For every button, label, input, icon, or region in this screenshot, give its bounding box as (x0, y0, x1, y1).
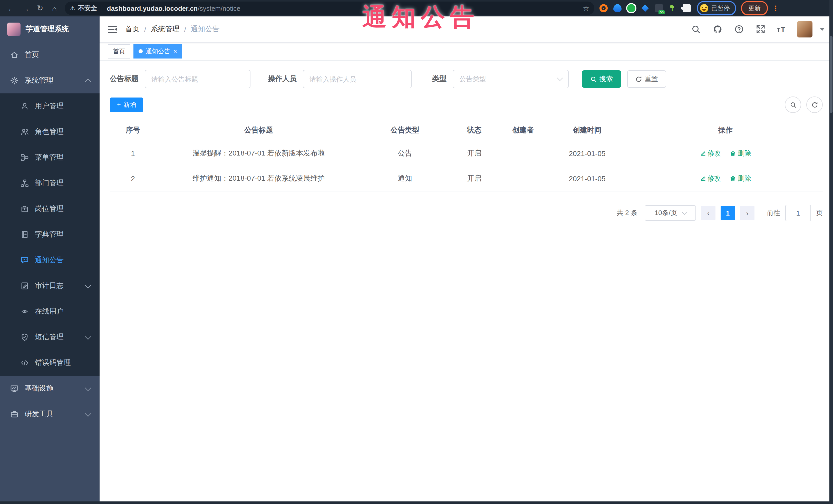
notice-table: 序号 公告标题 公告类型 状态 创建者 创建时间 操作 1 温馨提醒：2018- (110, 120, 823, 191)
back-icon[interactable]: ← (6, 3, 17, 14)
close-icon[interactable]: × (173, 48, 177, 55)
cell-creator (500, 141, 546, 166)
cell-actions: 修改 删除 (628, 141, 823, 166)
help-icon[interactable] (734, 24, 744, 34)
cell-no: 2 (110, 166, 156, 191)
pagination: 共 2 条 10条/页 ‹ 1 › 前往 页 (110, 205, 823, 221)
edit-link[interactable]: 修改 (700, 149, 721, 158)
cell-created: 2021-01-05 (546, 166, 628, 191)
breadcrumb-system[interactable]: 系统管理 (151, 25, 180, 34)
tag-notice-active[interactable]: 通知公告 × (134, 44, 182, 58)
sidebar-item-label: 通知公告 (35, 256, 64, 265)
delete-link-label: 删除 (738, 149, 751, 158)
sidebar-toggle-icon[interactable] (108, 26, 117, 33)
table-tools (785, 96, 823, 113)
message-bubble-icon (21, 256, 29, 264)
sidebar-item-error-codes[interactable]: 错误码管理 (0, 350, 100, 376)
search-icon[interactable] (691, 24, 701, 34)
sidebar-item-posts[interactable]: 岗位管理 (0, 196, 100, 222)
delete-link[interactable]: 删除 (730, 149, 751, 158)
bookmark-star-icon[interactable]: ☆ (583, 4, 589, 12)
avatar-caret-icon[interactable] (820, 28, 825, 31)
sidebar-item-infrastructure[interactable]: 基础设施 (0, 376, 100, 401)
tree-table-icon (21, 153, 29, 162)
goto-page-input[interactable] (785, 205, 811, 221)
app-layout: 芋道管理系统 首页 系统管理 用户管理 (0, 17, 833, 504)
font-size-icon[interactable]: тT (777, 25, 786, 33)
extension-icon-orange[interactable] (599, 4, 608, 12)
type-select-placeholder: 公告类型 (459, 74, 486, 83)
monitor-chart-icon (10, 384, 19, 393)
sidebar-item-roles[interactable]: 角色管理 (0, 119, 100, 145)
browser-update-button[interactable]: 更新 (741, 1, 768, 16)
sidebar-item-users[interactable]: 用户管理 (0, 93, 100, 119)
chevron-down-icon (557, 75, 563, 81)
address-divider (102, 5, 102, 12)
sidebar-item-system[interactable]: 系统管理 (0, 68, 100, 93)
operator-filter-input[interactable] (303, 70, 412, 88)
col-status: 状态 (449, 120, 500, 141)
user-avatar[interactable] (797, 21, 812, 38)
sidebar-item-menus[interactable]: 菜单管理 (0, 145, 100, 170)
breadcrumb-home[interactable]: 首页 (125, 25, 140, 34)
col-creator: 创建者 (500, 120, 546, 141)
extension-icon-switch-on[interactable] (655, 4, 663, 12)
total-count: 共 2 条 (617, 208, 638, 218)
sidebar-item-label: 基础设施 (25, 384, 53, 393)
reset-button[interactable]: 重置 (627, 70, 666, 88)
reload-icon[interactable]: ↻ (34, 3, 46, 14)
fullscreen-icon[interactable] (755, 24, 765, 34)
sidebar-item-audit-log[interactable]: 审计日志 (0, 273, 100, 299)
show-search-toggle-button[interactable] (785, 96, 801, 113)
tag-label: 通知公告 (146, 47, 170, 56)
sidebar-item-label: 岗位管理 (35, 204, 64, 214)
forward-icon[interactable]: → (20, 3, 31, 14)
refresh-button[interactable] (806, 96, 823, 113)
navbar-actions: тT (691, 21, 825, 38)
edit-link[interactable]: 修改 (700, 174, 721, 183)
github-icon[interactable] (712, 24, 722, 34)
delete-link[interactable]: 删除 (730, 174, 751, 183)
type-filter-label: 类型 (432, 74, 447, 83)
add-button[interactable]: + 新增 (110, 97, 143, 112)
prev-page-button[interactable]: ‹ (701, 206, 715, 220)
edit-icon (700, 175, 706, 182)
url-host: dashboard.yudao.iocoder.cn (107, 4, 198, 12)
page-1-button[interactable]: 1 (721, 206, 735, 220)
extension-icon-green[interactable] (627, 4, 636, 12)
cell-created: 2021-01-05 (546, 141, 628, 166)
sidebar-item-notice[interactable]: 通知公告 (0, 247, 100, 273)
sidebar-item-dict[interactable]: 字典管理 (0, 222, 100, 247)
home-icon[interactable]: ⌂ (49, 3, 60, 14)
book-icon (21, 231, 29, 239)
sidebar-item-online-users[interactable]: 在线用户 (0, 299, 100, 325)
scrollbar-thumb[interactable] (830, 36, 832, 113)
extensions-puzzle-icon[interactable] (683, 4, 691, 12)
tag-home[interactable]: 首页 (108, 44, 130, 58)
online-signal-icon (21, 307, 29, 316)
next-page-button[interactable]: › (740, 206, 755, 220)
extension-icon-blue-pin[interactable] (613, 4, 622, 12)
sidebar-item-dev-tools[interactable]: 研发工具 (0, 401, 100, 427)
browser-scrollbar[interactable] (829, 0, 833, 504)
sidebar-item-departments[interactable]: 部门管理 (0, 170, 100, 196)
title-filter-input[interactable] (145, 70, 251, 88)
extension-icon-diamond[interactable] (641, 4, 649, 12)
sidebar-item-sms[interactable]: 短信管理 (0, 325, 100, 350)
breadcrumb-current: 通知公告 (191, 25, 220, 34)
delete-link-label: 删除 (738, 174, 751, 183)
extension-icon-sprout[interactable] (669, 4, 677, 12)
sidebar-logo[interactable]: 芋道管理系统 (0, 17, 100, 42)
sidebar-item-home[interactable]: 首页 (0, 42, 100, 68)
search-icon (790, 101, 796, 108)
address-bar[interactable]: ⚠ 不安全 dashboard.yudao.iocoder.cn /system… (65, 2, 594, 15)
type-filter-select[interactable]: 公告类型 (453, 70, 569, 88)
sidebar-item-label: 错误码管理 (35, 358, 71, 367)
page-size-select[interactable]: 10条/页 (645, 205, 696, 221)
sidebar-item-label: 系统管理 (25, 76, 53, 85)
filter-bar: 公告标题 操作人员 类型 公告类型 搜索 (110, 70, 823, 88)
search-button[interactable]: 搜索 (582, 70, 621, 88)
browser-menu-icon[interactable]: ⋮ (772, 6, 779, 11)
browser-profile-chip[interactable]: 已暂停 (697, 1, 736, 16)
tags-view-bar: 首页 通知公告 × (100, 43, 833, 61)
